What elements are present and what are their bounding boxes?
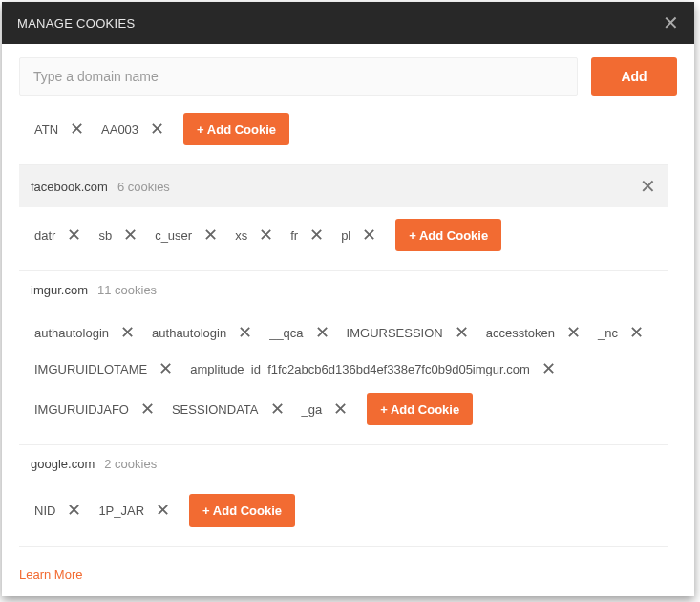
remove-cookie-icon[interactable]: ✕	[67, 502, 81, 519]
remove-cookie-icon[interactable]: ✕	[315, 324, 329, 341]
remove-cookie-icon[interactable]: ✕	[270, 400, 285, 418]
add-cookie-button[interactable]: + Add Cookie	[367, 393, 473, 425]
cookie-name: __qca	[269, 326, 303, 340]
domain-header[interactable]: imgur.com11 cookies	[19, 271, 668, 309]
cookie-chip[interactable]: datr✕	[25, 217, 89, 253]
remove-cookie-icon[interactable]: ✕	[70, 120, 84, 138]
dialog-title: MANAGE COOKIES	[17, 16, 135, 31]
remove-cookie-icon[interactable]: ✕	[566, 324, 581, 341]
remove-cookie-icon[interactable]: ✕	[333, 400, 348, 418]
cookie-chip[interactable]: authautologin✕	[142, 314, 260, 351]
cookie-name: amplitude_id_f1fc2abcb6d136bd4ef338e7fc0…	[190, 362, 530, 376]
add-cookie-button[interactable]: + Add Cookie	[395, 219, 501, 251]
cookie-chip[interactable]: __qca✕	[260, 314, 336, 351]
remove-cookie-icon[interactable]: ✕	[259, 226, 273, 244]
cookie-chip[interactable]: pl✕	[331, 217, 384, 253]
close-icon[interactable]: ✕	[663, 13, 679, 32]
remove-domain-icon[interactable]: ✕	[640, 177, 656, 196]
domain-name: imgur.com	[31, 283, 88, 297]
cookie-name: IMGURSESSION	[347, 326, 443, 340]
cookie-name: datr	[34, 228, 55, 243]
cookie-chip[interactable]: IMGURUIDJAFO✕	[25, 391, 162, 427]
remove-cookie-icon[interactable]: ✕	[140, 400, 155, 418]
cookie-chip[interactable]: accesstoken✕	[477, 314, 588, 351]
cookie-chip[interactable]: _ga✕	[292, 391, 356, 427]
remove-cookie-icon[interactable]: ✕	[541, 360, 556, 377]
cookie-chip[interactable]: xs✕	[225, 217, 281, 253]
remove-cookie-icon[interactable]: ✕	[156, 502, 170, 519]
cookie-chip[interactable]: IMGURUIDLOTAME✕	[25, 351, 180, 387]
domain-name: facebook.com	[31, 180, 108, 194]
cookie-name: _nc	[598, 326, 618, 340]
cookie-chip[interactable]: authautologin✕	[25, 314, 142, 351]
cookie-chip[interactable]: ATN✕	[25, 111, 92, 147]
cookie-name: NID	[34, 504, 55, 518]
footer: Learn More	[19, 558, 677, 583]
cookie-name: ATN	[34, 122, 58, 137]
cookie-name: IMGURUIDJAFO	[34, 402, 129, 417]
cookie-name: authautologin	[34, 326, 109, 340]
cookie-chip-row: datr✕sb✕c_user✕xs✕fr✕pl✕+ Add Cookie	[19, 207, 668, 263]
cookie-name: authautologin	[152, 326, 226, 340]
domain-header[interactable]: facebook.com6 cookies✕	[19, 165, 668, 207]
add-domain-button[interactable]: Add	[591, 57, 677, 96]
remove-cookie-icon[interactable]: ✕	[67, 226, 81, 244]
learn-more-link[interactable]: Learn More	[19, 568, 82, 582]
cookie-chip-row: NID✕1P_JAR✕+ Add Cookie	[19, 483, 668, 538]
remove-cookie-icon[interactable]: ✕	[123, 226, 138, 244]
dialog-header: MANAGE COOKIES ✕	[2, 2, 694, 44]
cookie-name: fr	[290, 228, 298, 243]
cookie-chip-row: authautologin✕authautologin✕__qca✕IMGURS…	[19, 309, 668, 437]
cookie-chip[interactable]: AA003✕	[92, 111, 172, 147]
add-cookie-button[interactable]: + Add Cookie	[183, 113, 289, 145]
cookie-name: SESSIONDATA	[172, 402, 259, 417]
cookie-count: 6 cookies	[117, 180, 170, 194]
cookie-name: pl	[341, 228, 350, 243]
cookie-name: AA003	[101, 122, 138, 137]
remove-cookie-icon[interactable]: ✕	[629, 324, 644, 341]
cookie-name: 1P_JAR	[98, 504, 144, 518]
domain-section: ATN✕AA003✕+ Add Cookie	[19, 105, 668, 165]
remove-cookie-icon[interactable]: ✕	[238, 324, 252, 341]
cookie-chip[interactable]: fr✕	[281, 217, 331, 253]
domain-header[interactable]: google.com2 cookies	[19, 445, 668, 483]
cookie-chip[interactable]: amplitude_id_f1fc2abcb6d136bd4ef338e7fc0…	[180, 351, 563, 387]
cookie-name: IMGURUIDLOTAME	[34, 362, 147, 376]
cookie-chip[interactable]: SESSIONDATA✕	[162, 391, 292, 427]
add-cookie-button[interactable]: + Add Cookie	[189, 494, 295, 527]
domain-name: google.com	[31, 457, 95, 471]
cookie-name: _ga	[302, 402, 323, 417]
domain-section: google.com2 cookiesNID✕1P_JAR✕+ Add Cook…	[19, 445, 668, 547]
domain-section: imgur.com11 cookiesauthautologin✕authaut…	[19, 271, 668, 445]
cookie-count: 11 cookies	[97, 283, 157, 297]
cookie-count: 2 cookies	[104, 457, 157, 471]
dialog-body: Add ATN✕AA003✕+ Add Cookiefacebook.com6 …	[2, 44, 694, 596]
cookie-name: xs	[235, 228, 247, 243]
manage-cookies-dialog: MANAGE COOKIES ✕ Add ATN✕AA003✕+ Add Coo…	[2, 2, 694, 596]
remove-cookie-icon[interactable]: ✕	[309, 226, 324, 244]
cookie-chip[interactable]: 1P_JAR✕	[89, 492, 178, 528]
remove-cookie-icon[interactable]: ✕	[362, 226, 376, 244]
cookie-name: sb	[98, 228, 112, 243]
cookie-chip[interactable]: IMGURSESSION✕	[337, 314, 477, 351]
remove-cookie-icon[interactable]: ✕	[120, 324, 135, 341]
cookie-name: c_user	[155, 228, 192, 243]
cookie-chip[interactable]: NID✕	[25, 492, 89, 528]
cookie-chip-row: ATN✕AA003✕+ Add Cookie	[19, 105, 668, 157]
add-domain-row: Add	[19, 57, 677, 96]
remove-cookie-icon[interactable]: ✕	[203, 226, 218, 244]
remove-cookie-icon[interactable]: ✕	[150, 120, 164, 138]
remove-cookie-icon[interactable]: ✕	[159, 360, 173, 377]
cookie-name: accesstoken	[486, 326, 555, 340]
cookie-chip[interactable]: _nc✕	[588, 314, 651, 351]
cookie-chip[interactable]: c_user✕	[145, 217, 225, 253]
domain-list[interactable]: ATN✕AA003✕+ Add Cookiefacebook.com6 cook…	[19, 105, 677, 558]
domain-input[interactable]	[19, 57, 578, 96]
remove-cookie-icon[interactable]: ✕	[455, 324, 469, 341]
domain-section: facebook.com6 cookies✕datr✕sb✕c_user✕xs✕…	[19, 165, 668, 271]
cookie-chip[interactable]: sb✕	[89, 217, 145, 253]
